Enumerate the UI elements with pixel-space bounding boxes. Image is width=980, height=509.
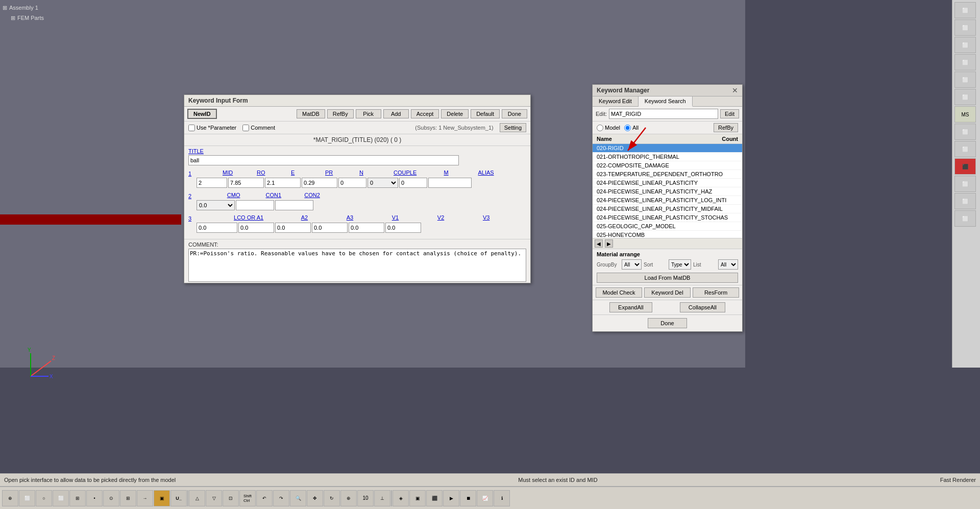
toolbar-btn-1[interactable]: ⬜ [954,2,976,18]
toolbar-btn-10[interactable]: ⬛ [954,158,976,175]
toolbar-btn-13[interactable]: ⬜ [954,210,976,227]
bottom-btn-node[interactable]: ◈ [393,490,409,506]
kif-e-label[interactable]: E [291,169,323,177]
bottom-btn-rot[interactable]: ↻ [324,490,340,506]
bottom-btn-zoom[interactable]: 🔍 [290,490,306,506]
kif-title-input[interactable] [188,155,459,165]
kif-v2-label[interactable]: V2 [437,214,481,222]
km-list-item[interactable]: 023-TEMPERATURE_DEPENDENT_ORTHOTRO [593,170,742,179]
kif-ro-input[interactable] [228,178,264,188]
bottom-btn-graph[interactable]: 📈 [477,490,493,506]
bottom-btn-mesh[interactable]: ⊞ [120,490,136,506]
bottom-btn-cursor[interactable]: ⊕ [2,490,18,506]
bottom-btn-dots[interactable]: ⊙ [103,490,119,506]
toolbar-btn-4[interactable]: ⬜ [954,54,976,70]
kif-cmo-label[interactable]: CMO [227,192,264,199]
bottom-btn-u[interactable]: U_ [170,490,187,506]
km-sort-select[interactable]: Type [669,259,691,270]
kif-couple-label[interactable]: COUPLE [394,169,442,177]
kif-mid-label[interactable]: MID [223,169,255,177]
km-edit-input[interactable] [609,109,718,119]
bottom-btn-view3[interactable]: ⊡ [223,490,239,506]
bottom-btn-part[interactable]: ⬛ [426,490,443,506]
bottom-btn-arrow[interactable]: → [137,490,153,506]
km-resform-button[interactable]: ResForm [693,287,739,298]
kif-v2-input[interactable] [349,223,384,233]
kif-refby-button[interactable]: RefBy [327,109,354,118]
kif-couple-select[interactable]: 0 [368,178,398,188]
kif-comment-label[interactable]: Comment [242,125,275,131]
kif-title-field-label[interactable]: TITLE [188,148,526,154]
kif-a3-label[interactable]: A3 [347,214,390,222]
bottom-btn-dot[interactable]: • [86,490,103,506]
kif-v3-label[interactable]: V3 [483,214,526,222]
km-list-item[interactable]: 022-COMPOSITE_DAMAGE [593,161,742,170]
kif-n-input[interactable] [338,178,366,188]
kif-cmo-select[interactable]: 0.0 [197,200,235,210]
km-radio-model[interactable] [597,125,603,131]
kif-alias-label[interactable]: ALIAS [478,169,527,177]
kif-n-label[interactable]: N [359,169,391,177]
kif-delete-button[interactable]: Delete [441,109,469,118]
kif-e-input[interactable] [265,178,301,188]
kif-newid-button[interactable]: NewID [187,109,217,119]
kif-v3-input[interactable] [385,223,421,233]
bottom-btn-info[interactable]: ℹ [494,490,510,506]
kif-a3-input[interactable] [275,223,311,233]
bottom-btn-fit[interactable]: ⊕ [340,490,357,506]
km-list[interactable]: 020-RIGID021-ORTHOTROPIC_THERMAL022-COMP… [593,144,742,238]
kif-lco-input[interactable] [197,223,237,233]
kif-alias-input[interactable] [428,178,472,188]
kif-pr-label[interactable]: PR [325,169,357,177]
km-list-item[interactable]: 021-ORTHOTROPIC_THERMAL [593,153,742,161]
km-list-item[interactable]: 024-PIECEWISE_LINEAR_PLASTICITY [593,179,742,187]
km-nav-right-button[interactable]: ▶ [605,239,613,248]
kif-use-parameter-checkbox[interactable] [188,125,195,131]
kif-v1-label[interactable]: V1 [392,214,435,222]
kif-setting-button[interactable]: Setting [500,123,526,132]
bottom-btn-cylinder[interactable]: ⬜ [53,490,69,506]
bottom-btn-measure[interactable]: ⊥ [374,490,390,506]
km-keyword-del-button[interactable]: Keyword Del [644,287,691,298]
bottom-btn-box[interactable]: ⬜ [19,490,35,506]
toolbar-btn-9[interactable]: ⬜ [954,141,976,157]
bottom-btn-undo[interactable]: ↶ [256,490,273,506]
kif-lco-label[interactable]: LCO OR A1 [234,214,299,222]
bottom-btn-color[interactable]: ▣ [154,490,170,506]
tree-fem-parts[interactable]: ⊞ FEM Parts [3,13,181,23]
km-radio-all-label[interactable]: All [624,125,639,131]
bottom-btn-grid[interactable]: ⊞ [69,490,86,506]
kif-pr-input[interactable] [302,178,337,188]
km-radio-all[interactable] [624,125,631,131]
kif-add-button[interactable]: Add [383,109,409,118]
km-model-check-button[interactable]: Model Check [596,287,642,298]
toolbar-btn-3[interactable]: ⬜ [954,37,976,53]
kif-comment-checkbox[interactable] [242,125,249,131]
kif-use-parameter-label[interactable]: Use *Parameter [188,125,236,131]
bottom-btn-pan[interactable]: ✥ [307,490,323,506]
bottom-btn-redo[interactable]: ↷ [273,490,289,506]
km-list-item[interactable]: 025-HONEYCOMB [593,231,742,238]
kif-done-button[interactable]: Done [502,109,527,118]
toolbar-btn-11[interactable]: ⬜ [954,176,976,192]
km-edit-button[interactable]: Edit [720,109,739,118]
km-list-select[interactable]: All [718,259,738,270]
bottom-btn-10[interactable]: 10 [357,490,374,506]
km-expand-all-button[interactable]: ExpandAll [609,302,652,312]
toolbar-btn-8[interactable]: ⬜ [954,124,976,140]
bottom-btn-anim1[interactable]: ▶ [443,490,459,506]
kif-comment-textarea[interactable] [188,249,526,282]
km-list-item[interactable]: 024-PIECEWISE_LINEAR_PLASTICITY_LOG_INTI [593,196,742,205]
km-tab-keyword-search[interactable]: Keyword Search [639,96,693,107]
toolbar-btn-7[interactable]: MS [954,106,976,123]
kif-m-label[interactable]: M [444,169,476,177]
km-collapse-all-button[interactable]: CollapseAll [680,302,725,312]
toolbar-btn-5[interactable]: ⬜ [954,71,976,88]
km-tab-keyword-edit[interactable]: Keyword Edit [593,96,639,106]
kif-m-input[interactable] [399,178,427,188]
bottom-btn-element[interactable]: ▣ [409,490,426,506]
kif-accept-button[interactable]: Accept [411,109,439,118]
bottom-btn-shift[interactable]: ShiftCtrl [239,490,256,506]
kif-con2-input[interactable] [275,200,313,210]
km-groupby-select[interactable]: All [622,259,642,270]
